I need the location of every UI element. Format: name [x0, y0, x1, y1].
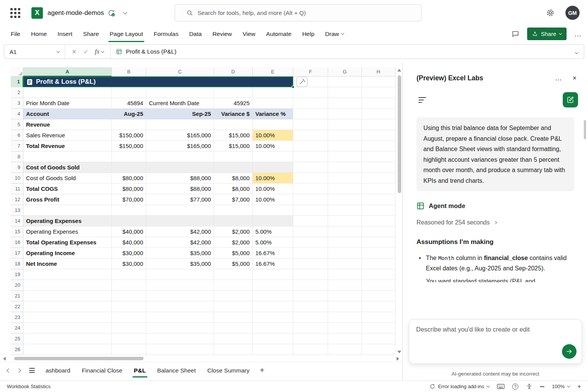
- cell-A9[interactable]: Cost of Goods Sold: [23, 162, 112, 173]
- cell-G3[interactable]: [328, 98, 362, 109]
- column-header-E[interactable]: E: [253, 67, 293, 76]
- cell-G8[interactable]: [328, 151, 362, 162]
- cell-G20[interactable]: [328, 280, 362, 291]
- cell-F25[interactable]: [293, 333, 328, 344]
- cell-F9[interactable]: [293, 162, 328, 173]
- keyboard-shortcuts-icon[interactable]: [497, 384, 505, 389]
- menu-tab-draw[interactable]: Draw: [320, 26, 349, 42]
- cell-E19[interactable]: [253, 269, 293, 280]
- cell-D21[interactable]: [214, 291, 253, 301]
- sheet-tab-ashboard[interactable]: ashboard: [40, 362, 76, 379]
- cell-A7[interactable]: Total Revenue: [23, 141, 112, 151]
- cell-H20[interactable]: [362, 280, 395, 291]
- cell-G21[interactable]: [328, 291, 362, 301]
- sheet-nav-forward-icon[interactable]: [14, 369, 24, 372]
- cell-D11[interactable]: $8,000: [214, 184, 253, 194]
- cell-A5[interactable]: Revenue: [23, 119, 112, 130]
- row-header-12[interactable]: 12: [11, 194, 23, 205]
- cell-E22[interactable]: [253, 301, 293, 312]
- new-chat-button[interactable]: [563, 92, 578, 107]
- cell-A8[interactable]: [23, 151, 112, 162]
- app-launcher-waffle-icon[interactable]: [8, 6, 22, 20]
- cell-E24[interactable]: [253, 323, 293, 333]
- cell-H15[interactable]: [362, 226, 395, 237]
- cell-A2[interactable]: [23, 87, 112, 98]
- settings-gear-icon[interactable]: [546, 8, 555, 17]
- sheet-tab-financial-close[interactable]: Financial Close: [76, 362, 128, 379]
- cell-G13[interactable]: [328, 205, 362, 216]
- cell-D10[interactable]: $8,000: [214, 173, 253, 184]
- cell-D25[interactable]: [214, 333, 253, 344]
- cell-A17[interactable]: Operating Income: [23, 248, 112, 259]
- cell-G1[interactable]: [328, 76, 362, 87]
- cell-H14[interactable]: [362, 216, 395, 226]
- row-header-6[interactable]: 6: [11, 130, 23, 141]
- cell-D4[interactable]: Variance $: [214, 109, 253, 119]
- cell-F18[interactable]: [293, 259, 328, 269]
- cell-C26[interactable]: [146, 344, 214, 355]
- cell-A23[interactable]: [23, 312, 112, 323]
- cell-E15[interactable]: 5.00%: [253, 226, 293, 237]
- new-sheet-button[interactable]: +: [260, 366, 265, 375]
- horizontal-scroll-track[interactable]: [9, 357, 394, 361]
- row-header-14[interactable]: 14: [11, 216, 23, 226]
- reasoned-expand-chevron-icon[interactable]: [494, 221, 497, 224]
- cell-A13[interactable]: [23, 205, 112, 216]
- expand-formula-bar[interactable]: [575, 48, 584, 55]
- cell-C6[interactable]: $165,000: [146, 130, 214, 141]
- cell-D16[interactable]: $2,000: [214, 237, 253, 248]
- cell-G25[interactable]: [328, 333, 362, 344]
- row-header-11[interactable]: 11: [11, 184, 23, 194]
- cell-F13[interactable]: [293, 205, 328, 216]
- cell-F15[interactable]: [293, 226, 328, 237]
- column-header-H[interactable]: H: [362, 67, 395, 76]
- cell-G11[interactable]: [328, 184, 362, 194]
- cell-B24[interactable]: [112, 323, 146, 333]
- cell-H19[interactable]: [362, 269, 395, 280]
- row-header-2[interactable]: 2: [11, 87, 23, 98]
- cell-G7[interactable]: [328, 141, 362, 151]
- cell-E5[interactable]: [253, 119, 293, 130]
- sheet-tab-p-l[interactable]: P&L: [128, 362, 152, 379]
- cell-G17[interactable]: [328, 248, 362, 259]
- cell-C15[interactable]: $42,000: [146, 226, 214, 237]
- cell-A12[interactable]: Gross Profit: [23, 194, 112, 205]
- cell-H26[interactable]: [362, 344, 395, 355]
- cell-E16[interactable]: 5.00%: [253, 237, 293, 248]
- cell-C14[interactable]: [146, 216, 214, 226]
- cell-E8[interactable]: [253, 151, 293, 162]
- accessibility-icon[interactable]: [526, 383, 532, 390]
- cell-D19[interactable]: [214, 269, 253, 280]
- cell-H16[interactable]: [362, 237, 395, 248]
- cell-C2[interactable]: [146, 87, 214, 98]
- cell-D7[interactable]: $15,000: [214, 141, 253, 151]
- cell-F11[interactable]: [293, 184, 328, 194]
- cell-B13[interactable]: [112, 205, 146, 216]
- cell-H11[interactable]: [362, 184, 395, 194]
- menu-tab-view[interactable]: View: [237, 26, 261, 42]
- cell-C24[interactable]: [146, 323, 214, 333]
- draw-dropdown-chevron-icon[interactable]: [341, 32, 344, 35]
- name-box-chevron-icon[interactable]: [57, 49, 60, 52]
- cell-G4[interactable]: [328, 109, 362, 119]
- cell-B20[interactable]: [112, 280, 146, 291]
- cell-B5[interactable]: [112, 119, 146, 130]
- cell-E23[interactable]: [253, 312, 293, 323]
- cell-E18[interactable]: 16.67%: [253, 259, 293, 269]
- menu-tab-home[interactable]: Home: [26, 26, 52, 42]
- pane-scroll-thumb[interactable]: [584, 120, 586, 139]
- column-header-D[interactable]: D: [214, 67, 253, 76]
- row-header-22[interactable]: 22: [11, 301, 23, 312]
- sheet-tab-close-summary[interactable]: Close Summary: [201, 362, 255, 379]
- cell-E20[interactable]: [253, 280, 293, 291]
- row-header-15[interactable]: 15: [11, 226, 23, 237]
- cell-G14[interactable]: [328, 216, 362, 226]
- row-header-16[interactable]: 16: [11, 237, 23, 248]
- cell-D23[interactable]: [214, 312, 253, 323]
- cell-C19[interactable]: [146, 269, 214, 280]
- cell-G26[interactable]: [328, 344, 362, 355]
- cell-D17[interactable]: $5,000: [214, 248, 253, 259]
- cell-D22[interactable]: [214, 301, 253, 312]
- cell-C17[interactable]: $35,000: [146, 248, 214, 259]
- cell-C9[interactable]: [146, 162, 214, 173]
